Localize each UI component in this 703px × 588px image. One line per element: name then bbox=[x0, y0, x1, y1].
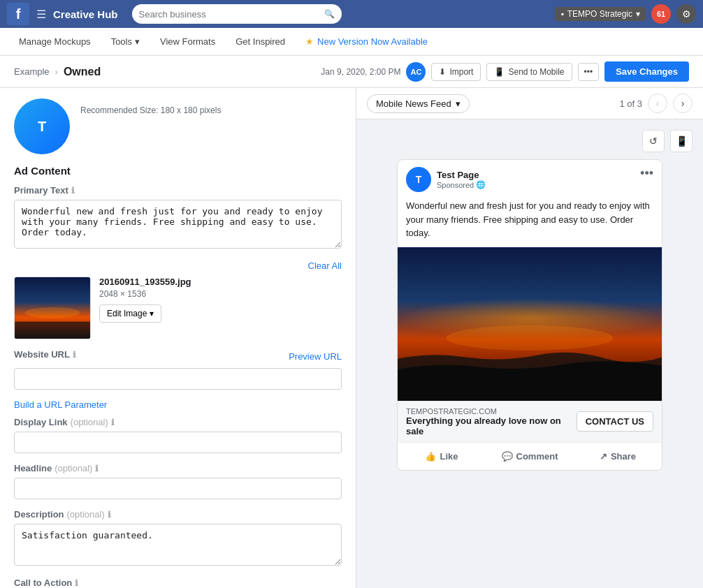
profile-info: Recommended Size: 180 x 180 pixels bbox=[80, 98, 221, 115]
new-version-label: New Version Now Available bbox=[317, 36, 428, 47]
ad-card: T Test Page Sponsored 🌐 ••• Wonderful ne… bbox=[397, 159, 662, 471]
format-selector[interactable]: Mobile News Feed ▾ bbox=[367, 94, 470, 113]
image-filename: 20160911_193559.jpg bbox=[99, 277, 342, 287]
ad-more-button[interactable]: ••• bbox=[640, 167, 653, 179]
ad-content-section: Ad Content Primary Text ℹ Wonderful new … bbox=[14, 165, 342, 588]
comment-icon: 💬 bbox=[502, 451, 513, 462]
nav-right-area: ▪ TEMPO Strategic ▾ 61 ⚙ bbox=[555, 4, 696, 24]
primary-text-label: Primary Text ℹ bbox=[14, 185, 342, 196]
ad-content-title: Ad Content bbox=[14, 165, 342, 177]
description-info-icon[interactable]: ℹ bbox=[108, 510, 111, 520]
profile-image: T bbox=[14, 98, 70, 154]
clear-all-link[interactable]: Clear All bbox=[14, 260, 342, 271]
ad-url-bar: TEMPOSTRATEGIC.COM Everything you alread… bbox=[398, 402, 662, 442]
tools-dropdown-icon: ▾ bbox=[135, 36, 140, 47]
ad-share-button[interactable]: ↗ Share bbox=[574, 446, 662, 467]
website-url-input[interactable]: tempostrategic.com bbox=[14, 368, 342, 390]
ad-url-domain: TEMPOSTRATEGIC.COM bbox=[406, 407, 577, 416]
breadcrumb-parent[interactable]: Example bbox=[14, 66, 50, 77]
breadcrumb-current: Owned bbox=[64, 66, 101, 78]
like-icon: 👍 bbox=[425, 451, 436, 462]
ad-body-text: Wonderful new and fresh just for you and… bbox=[398, 199, 662, 247]
import-label: Import bbox=[449, 67, 473, 77]
nav-get-inspired[interactable]: Get Inspired bbox=[227, 32, 293, 51]
menu-icon[interactable]: ☰ bbox=[36, 8, 46, 21]
search-icon: 🔍 bbox=[324, 9, 335, 19]
nav-view-formats[interactable]: View Formats bbox=[152, 32, 224, 51]
horizon-glow bbox=[398, 297, 662, 339]
preview-toolbar: Mobile News Feed ▾ 1 of 3 ‹ › bbox=[356, 88, 703, 119]
ad-cta-headline: Everything you already love now on sale bbox=[406, 416, 577, 436]
description-input[interactable]: Satisfaction guaranteed. bbox=[14, 524, 342, 566]
secondary-navigation: Manage Mockups Tools ▾ View Formats Get … bbox=[0, 28, 703, 56]
display-link-info-icon[interactable]: ℹ bbox=[111, 418, 115, 427]
ad-footer: TEMPOSTRATEGIC.COM Everything you alread… bbox=[398, 401, 662, 470]
star-icon: ★ bbox=[305, 36, 314, 47]
settings-icon[interactable]: ⚙ bbox=[676, 4, 696, 24]
pagination-next[interactable]: › bbox=[673, 94, 693, 113]
edit-image-button[interactable]: Edit Image ▾ bbox=[99, 304, 161, 323]
ad-url-info: TEMPOSTRATEGIC.COM Everything you alread… bbox=[406, 407, 577, 436]
comment-label: Comment bbox=[516, 451, 558, 462]
search-box: 🔍 bbox=[132, 4, 342, 24]
website-url-label: Website URL ℹ bbox=[14, 349, 76, 360]
account-selector[interactable]: ▪ TEMPO Strategic ▾ bbox=[555, 7, 646, 21]
headline-optional: (optional) bbox=[55, 463, 92, 473]
ad-like-button[interactable]: 👍 Like bbox=[398, 446, 486, 467]
ad-cta-button[interactable]: CONTACT US bbox=[577, 411, 653, 432]
image-row: 20160911_193559.jpg 2048 × 1536 Edit Ima… bbox=[14, 277, 342, 339]
nav-new-version[interactable]: ★ New Version Now Available bbox=[297, 32, 436, 51]
call-to-action-info-icon[interactable]: ℹ bbox=[75, 578, 78, 588]
more-button[interactable]: ••• bbox=[578, 63, 600, 81]
account-logo: ▪ bbox=[560, 9, 563, 19]
image-meta: 20160911_193559.jpg 2048 × 1536 Edit Ima… bbox=[99, 277, 342, 323]
save-changes-button[interactable]: Save Changes bbox=[604, 61, 689, 82]
nav-tools[interactable]: Tools ▾ bbox=[103, 32, 148, 51]
display-link-input[interactable]: tempostrategic.com bbox=[14, 432, 342, 453]
svg-rect-2 bbox=[15, 322, 90, 339]
description-optional: (optional) bbox=[67, 509, 105, 520]
device-icon-button[interactable]: 📱 bbox=[670, 130, 693, 152]
headline-group: Headline (optional) ℹ Everything you alr… bbox=[14, 463, 342, 499]
primary-text-info-icon[interactable]: ℹ bbox=[71, 186, 75, 196]
breadcrumb-bar: Example › Owned Jan 9, 2020, 2:00 PM AC … bbox=[0, 56, 703, 88]
call-to-action-group: Call to Action ℹ Contact Us ▾ bbox=[14, 578, 342, 588]
headline-input[interactable]: Everything you already love now on sale bbox=[14, 478, 342, 499]
account-name: TEMPO Strategic bbox=[567, 9, 632, 19]
primary-text-input[interactable]: Wonderful new and fresh just for you and… bbox=[14, 200, 342, 249]
breadcrumb-left: Example › Owned bbox=[14, 66, 101, 78]
website-url-info-icon[interactable]: ℹ bbox=[73, 350, 76, 360]
pagination-prev[interactable]: ‹ bbox=[648, 94, 667, 113]
profile-area: T Recommended Size: 180 x 180 pixels bbox=[14, 98, 342, 154]
refresh-icon-button[interactable]: ↺ bbox=[642, 130, 665, 152]
view-formats-label: View Formats bbox=[160, 36, 215, 47]
preview-url-link[interactable]: Preview URL bbox=[289, 351, 342, 362]
send-to-mobile-button[interactable]: 📱 Send to Mobile bbox=[486, 63, 572, 81]
preview-area: ↺ 📱 T Test Page Sponsored 🌐 bbox=[356, 119, 703, 588]
headline-info-icon[interactable]: ℹ bbox=[95, 464, 99, 473]
pagination-text: 1 of 3 bbox=[619, 98, 642, 109]
top-navigation: f ☰ Creative Hub 🔍 ▪ TEMPO Strategic ▾ 6… bbox=[0, 0, 703, 28]
image-dims: 2048 × 1536 bbox=[99, 289, 342, 299]
ad-sponsored: Sponsored 🌐 bbox=[437, 180, 486, 189]
globe-icon: 🌐 bbox=[476, 180, 486, 189]
import-button[interactable]: ⬇ Import bbox=[431, 63, 481, 81]
right-panel: Mobile News Feed ▾ 1 of 3 ‹ › ↺ 📱 T bbox=[356, 88, 703, 588]
search-input[interactable] bbox=[139, 9, 324, 20]
ad-comment-button[interactable]: 💬 Comment bbox=[486, 446, 574, 467]
pagination: 1 of 3 ‹ › bbox=[619, 94, 693, 113]
edit-image-dropdown-icon: ▾ bbox=[150, 309, 154, 318]
ad-page-info: T Test Page Sponsored 🌐 bbox=[406, 167, 486, 192]
edit-image-label: Edit Image bbox=[107, 309, 147, 318]
import-icon: ⬇ bbox=[439, 67, 446, 77]
timestamp: Jan 9, 2020, 2:00 PM bbox=[321, 67, 400, 77]
description-label: Description (optional) ℹ bbox=[14, 509, 342, 520]
manage-mockups-label: Manage Mockups bbox=[19, 36, 91, 47]
left-panel: T Recommended Size: 180 x 180 pixels Ad … bbox=[0, 88, 356, 588]
format-label: Mobile News Feed bbox=[376, 98, 451, 109]
avatar: AC bbox=[406, 62, 426, 82]
nav-manage-mockups[interactable]: Manage Mockups bbox=[10, 32, 99, 51]
build-url-link[interactable]: Build a URL Parameter bbox=[14, 399, 342, 410]
share-icon: ↗ bbox=[600, 451, 607, 462]
notification-badge[interactable]: 61 bbox=[651, 4, 671, 24]
